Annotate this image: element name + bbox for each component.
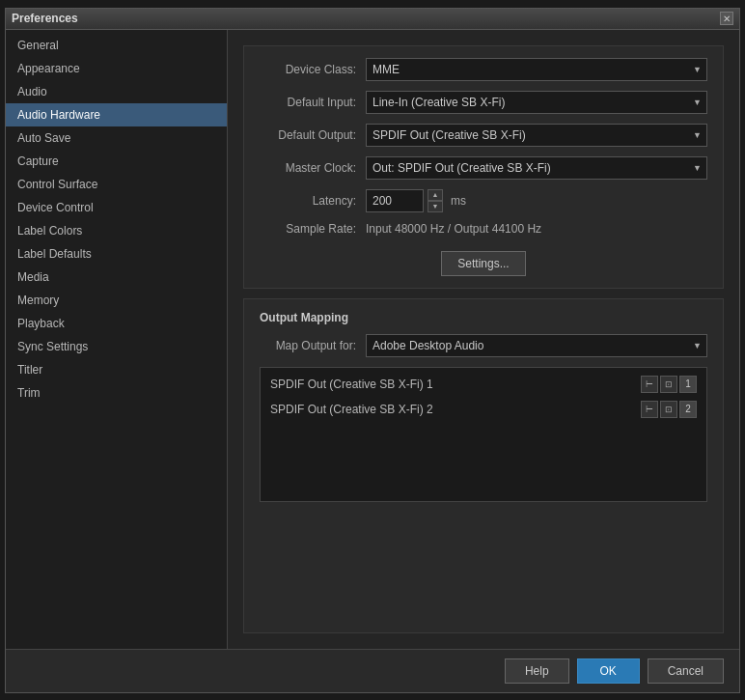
map-output-select-wrapper[interactable]: Adobe Desktop Audio [366,334,707,357]
sidebar: GeneralAppearanceAudioAudio HardwareAuto… [6,30,228,649]
output-mapping-title: Output Mapping [260,311,707,324]
audio-hardware-section: Device Class: MME ASIO WDM Default Input… [243,45,724,289]
sidebar-item-memory[interactable]: Memory [6,289,227,312]
output-mapping-section: Output Mapping Map Output for: Adobe Des… [243,298,724,633]
default-output-select[interactable]: SPDIF Out (Creative SB X-Fi) [366,124,707,147]
sidebar-item-playback[interactable]: Playback [6,312,227,335]
output-list: SPDIF Out (Creative SB X-Fi) 1 ⊢ ⊡ 1 SPD… [260,367,707,502]
master-clock-select[interactable]: Out: SPDIF Out (Creative SB X-Fi) [366,156,707,180]
sidebar-item-media[interactable]: Media [6,266,227,289]
title-bar: Preferences ✕ [6,9,739,30]
main-content: Device Class: MME ASIO WDM Default Input… [228,30,739,649]
device-class-select-wrapper[interactable]: MME ASIO WDM [366,58,707,81]
sidebar-item-auto-save[interactable]: Auto Save [6,126,227,150]
sidebar-item-audio[interactable]: Audio [6,80,227,103]
output-item-1-controls: ⊢ ⊡ 1 [641,376,697,393]
default-input-row: Default Input: Line-In (Creative SB X-Fi… [260,91,707,114]
close-button[interactable]: ✕ [720,12,733,25]
default-output-select-wrapper[interactable]: SPDIF Out (Creative SB X-Fi) [366,124,707,147]
latency-spinner: ▲ ▼ [428,189,443,212]
sidebar-item-capture[interactable]: Capture [6,150,227,173]
dialog-title: Preferences [12,12,78,25]
device-class-row: Device Class: MME ASIO WDM [260,58,707,81]
output-item: SPDIF Out (Creative SB X-Fi) 1 ⊢ ⊡ 1 [264,372,703,397]
output-item-2-channel: 2 [679,401,697,418]
sidebar-item-general[interactable]: General [6,34,227,57]
master-clock-row: Master Clock: Out: SPDIF Out (Creative S… [260,156,707,180]
sidebar-item-label-colors[interactable]: Label Colors [6,219,227,242]
latency-down-button[interactable]: ▼ [428,201,443,212]
output-item-2-mid-btn[interactable]: ⊡ [660,401,677,418]
latency-row: Latency: ▲ ▼ ms [260,189,707,212]
sidebar-item-label-defaults[interactable]: Label Defaults [6,242,227,266]
latency-up-button[interactable]: ▲ [428,189,443,201]
cancel-button[interactable]: Cancel [648,658,724,684]
sidebar-item-titler[interactable]: Titler [6,358,227,381]
output-item-2-controls: ⊢ ⊡ 2 [641,401,697,418]
default-input-label: Default Input: [260,96,366,109]
sidebar-item-audio-hardware[interactable]: Audio Hardware [6,103,227,126]
device-class-label: Device Class: [260,63,366,76]
latency-controls: ▲ ▼ ms [366,189,466,212]
output-item-1-left-btn[interactable]: ⊢ [641,376,658,393]
settings-button[interactable]: Settings... [441,251,525,276]
map-output-select[interactable]: Adobe Desktop Audio [366,334,707,357]
sample-rate-value: Input 48000 Hz / Output 44100 Hz [366,222,541,236]
sidebar-item-trim[interactable]: Trim [6,381,227,405]
default-output-row: Default Output: SPDIF Out (Creative SB X… [260,124,707,147]
output-item-label: SPDIF Out (Creative SB X-Fi) 2 [270,403,433,416]
map-output-label: Map Output for: [260,339,366,352]
output-item-1-mid-btn[interactable]: ⊡ [660,376,677,393]
sample-rate-row: Sample Rate: Input 48000 Hz / Output 441… [260,222,707,236]
dialog-body: GeneralAppearanceAudioAudio HardwareAuto… [6,30,739,649]
output-item-2-left-btn[interactable]: ⊢ [641,401,658,418]
output-item: SPDIF Out (Creative SB X-Fi) 2 ⊢ ⊡ 2 [264,397,703,422]
sidebar-item-sync-settings[interactable]: Sync Settings [6,335,227,358]
device-class-select[interactable]: MME ASIO WDM [366,58,707,81]
default-output-label: Default Output: [260,128,366,142]
latency-unit: ms [451,194,466,208]
preferences-dialog: Preferences ✕ GeneralAppearanceAudioAudi… [5,8,740,693]
settings-btn-row: Settings... [260,245,707,276]
sidebar-item-appearance[interactable]: Appearance [6,57,227,80]
dialog-footer: Help OK Cancel [6,649,739,692]
help-button[interactable]: Help [505,658,569,684]
output-item-label: SPDIF Out (Creative SB X-Fi) 1 [270,378,433,391]
sidebar-item-device-control[interactable]: Device Control [6,196,227,219]
default-input-select-wrapper[interactable]: Line-In (Creative SB X-Fi) [366,91,707,114]
sidebar-item-control-surface[interactable]: Control Surface [6,173,227,196]
master-clock-select-wrapper[interactable]: Out: SPDIF Out (Creative SB X-Fi) [366,156,707,180]
ok-button[interactable]: OK [577,658,640,684]
latency-input[interactable] [366,189,424,212]
latency-label: Latency: [260,194,366,208]
output-item-1-channel: 1 [679,376,697,393]
sample-rate-label: Sample Rate: [260,222,366,236]
default-input-select[interactable]: Line-In (Creative SB X-Fi) [366,91,707,114]
master-clock-label: Master Clock: [260,161,366,175]
map-output-row: Map Output for: Adobe Desktop Audio [260,334,707,357]
